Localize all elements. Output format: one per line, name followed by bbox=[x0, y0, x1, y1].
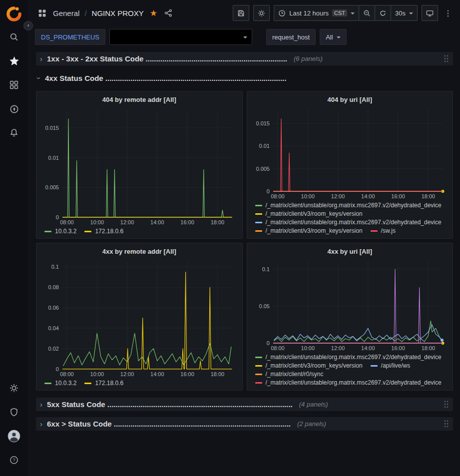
legend-item[interactable]: 10.0.3.2 bbox=[44, 380, 76, 387]
search-icon bbox=[9, 32, 18, 41]
chevron-right-icon: › bbox=[40, 55, 42, 62]
row-drag-handle-icon[interactable] bbox=[444, 400, 449, 409]
legend-swatch bbox=[44, 383, 51, 384]
svg-text:0.05: 0.05 bbox=[259, 303, 269, 309]
legend-swatch bbox=[255, 357, 262, 358]
monitor-icon bbox=[426, 9, 434, 17]
legend-label: /_matrix/client/r0/sync bbox=[266, 371, 324, 378]
time-series-chart[interactable]: 00.050.108:0010:0012:0014:0016:0018:00 bbox=[252, 258, 448, 352]
legend-item[interactable]: /_matrix/client/r0/sync bbox=[255, 371, 324, 378]
row-title: 4xx Status Code ........................… bbox=[45, 74, 286, 82]
legend-item[interactable]: /_matrix/client/unstable/org.matrix.msc2… bbox=[255, 354, 442, 361]
request-host-select[interactable]: All bbox=[320, 29, 346, 45]
share-button[interactable] bbox=[161, 6, 175, 20]
legend-swatch bbox=[255, 230, 262, 232]
dashboard-title[interactable]: NGINX PROXY bbox=[92, 9, 144, 17]
sidebar-item-explore[interactable] bbox=[0, 97, 28, 121]
more-options-button[interactable]: ⋮ bbox=[442, 8, 454, 18]
panel-title[interactable]: 4xx by uri [All] bbox=[252, 246, 448, 258]
legend-swatch bbox=[255, 365, 262, 367]
variable-label-ds-prometheus[interactable]: DS_PROMETHEUS bbox=[35, 29, 105, 45]
svg-text:16:00: 16:00 bbox=[180, 219, 194, 225]
variable-label-text: request_host bbox=[272, 33, 310, 41]
svg-text:18:00: 18:00 bbox=[421, 345, 435, 351]
chevron-down-icon bbox=[351, 12, 355, 14]
time-series-chart[interactable]: 00.020.040.060.080.108:0010:0012:0014:00… bbox=[41, 258, 237, 378]
avatar bbox=[7, 430, 20, 443]
dashboard-row-4xx[interactable]: › 4xx Status Code ......................… bbox=[36, 71, 453, 85]
svg-text:14:00: 14:00 bbox=[361, 345, 375, 351]
chevron-down-icon: › bbox=[35, 77, 43, 79]
svg-text:12:00: 12:00 bbox=[120, 219, 134, 225]
variable-value-text: All bbox=[326, 33, 333, 41]
legend-label: /_matrix/client/v3/room_keys/version bbox=[266, 210, 363, 217]
legend-item[interactable]: /_matrix/client/v3/room_keys/version bbox=[255, 362, 363, 369]
sidebar-item-profile[interactable] bbox=[0, 424, 28, 448]
panel-4xx-by-remote-addr: 4xx by remote addr [All] 00.020.040.060.… bbox=[36, 243, 243, 391]
legend-item[interactable]: /_matrix/client/unstable/org.matrix.msc2… bbox=[255, 379, 442, 386]
time-series-chart[interactable]: 00.0050.010.01508:0010:0012:0014:0016:00… bbox=[252, 106, 448, 200]
row-title: 6xx > Status Code ......................… bbox=[47, 420, 291, 428]
legend-swatch bbox=[255, 205, 262, 206]
sidebar-item-configuration[interactable] bbox=[0, 376, 28, 400]
sidebar-item-help[interactable]: ? bbox=[0, 448, 28, 472]
svg-text:10:00: 10:00 bbox=[90, 219, 104, 225]
legend-item[interactable]: /_matrix/client/unstable/org.matrix.msc2… bbox=[255, 202, 442, 209]
ds-prometheus-select[interactable] bbox=[109, 29, 252, 45]
panel-title[interactable]: 4xx by remote addr [All] bbox=[41, 246, 237, 258]
dashboard-row-1xx-2xx-3xx[interactable]: › 1xx - 3xx - 2xx Status Code ..........… bbox=[36, 52, 453, 65]
zoom-out-button[interactable] bbox=[359, 5, 375, 21]
svg-text:16:00: 16:00 bbox=[180, 371, 194, 377]
grafana-logo[interactable] bbox=[3, 3, 25, 25]
legend-item[interactable]: /_matrix/client/v3/room_keys/version bbox=[255, 227, 363, 234]
legend-label: 10.0.3.2 bbox=[55, 380, 76, 387]
gear-icon bbox=[9, 384, 18, 393]
sidebar-item-search[interactable] bbox=[0, 25, 28, 49]
time-range-picker[interactable]: Last 12 hours CST bbox=[274, 5, 359, 21]
svg-text:08:00: 08:00 bbox=[271, 193, 284, 199]
panel-grid: 404 by remote addr [All] 00.0050.010.015… bbox=[36, 91, 453, 391]
dashboard-row-6xx[interactable]: › 6xx > Status Code ....................… bbox=[36, 417, 453, 431]
legend-item[interactable]: /sw.js bbox=[371, 227, 396, 234]
legend-swatch bbox=[255, 222, 262, 223]
svg-text:18:00: 18:00 bbox=[211, 219, 224, 225]
row-drag-handle-icon[interactable] bbox=[444, 420, 449, 428]
sidebar-expand-button[interactable]: › bbox=[23, 21, 33, 30]
tv-mode-button[interactable] bbox=[422, 5, 438, 21]
sidebar-item-server-admin[interactable] bbox=[0, 400, 28, 424]
legend-item[interactable]: /_matrix/client/v3/room_keys/version bbox=[255, 210, 363, 217]
breadcrumb-section[interactable]: General bbox=[53, 9, 79, 17]
legend-swatch bbox=[371, 230, 378, 232]
apps-menu-button[interactable] bbox=[35, 6, 49, 20]
sidebar-item-alerting[interactable] bbox=[0, 121, 28, 145]
legend-item[interactable]: 172.18.0.6 bbox=[84, 380, 123, 387]
legend-swatch bbox=[255, 213, 262, 215]
sidebar-item-dashboards[interactable] bbox=[0, 73, 28, 97]
refresh-button[interactable] bbox=[375, 5, 391, 21]
row-drag-handle-icon[interactable] bbox=[444, 54, 449, 63]
svg-text:0.06: 0.06 bbox=[48, 305, 59, 311]
legend-item[interactable]: 172.18.0.6 bbox=[84, 228, 123, 235]
svg-text:?: ? bbox=[12, 457, 15, 463]
refresh-interval-picker[interactable]: 30s bbox=[391, 5, 418, 21]
svg-text:12:00: 12:00 bbox=[120, 371, 134, 377]
dashboard-settings-button[interactable] bbox=[253, 5, 270, 21]
panel-title[interactable]: 404 by remote addr [All] bbox=[41, 94, 237, 106]
svg-text:18:00: 18:00 bbox=[211, 371, 224, 377]
zoom-out-icon bbox=[363, 9, 371, 17]
sidebar-item-starred[interactable] bbox=[0, 49, 28, 73]
variable-label-request-host[interactable]: request_host bbox=[266, 29, 316, 45]
dashboard-row-5xx[interactable]: › 5xx Status Code ......................… bbox=[36, 398, 453, 411]
time-series-chart[interactable]: 00.0050.010.01508:0010:0012:0014:0016:00… bbox=[41, 106, 237, 226]
panel-title[interactable]: 404 by uri [All] bbox=[252, 94, 448, 106]
svg-text:0.005: 0.005 bbox=[256, 166, 269, 172]
legend-item[interactable]: /api/live/ws bbox=[371, 362, 411, 369]
legend-item[interactable]: /_matrix/client/unstable/org.matrix.msc2… bbox=[255, 219, 442, 226]
row-title: 1xx - 3xx - 2xx Status Code ............… bbox=[47, 54, 287, 63]
sidebar: ? › bbox=[0, 0, 28, 476]
legend-item[interactable]: 10.0.3.2 bbox=[44, 228, 76, 235]
grafana-logo-icon bbox=[5, 5, 23, 23]
favorite-star-icon[interactable]: ★ bbox=[150, 8, 157, 18]
save-dashboard-button[interactable] bbox=[233, 5, 249, 21]
chevron-down-icon bbox=[409, 12, 413, 14]
